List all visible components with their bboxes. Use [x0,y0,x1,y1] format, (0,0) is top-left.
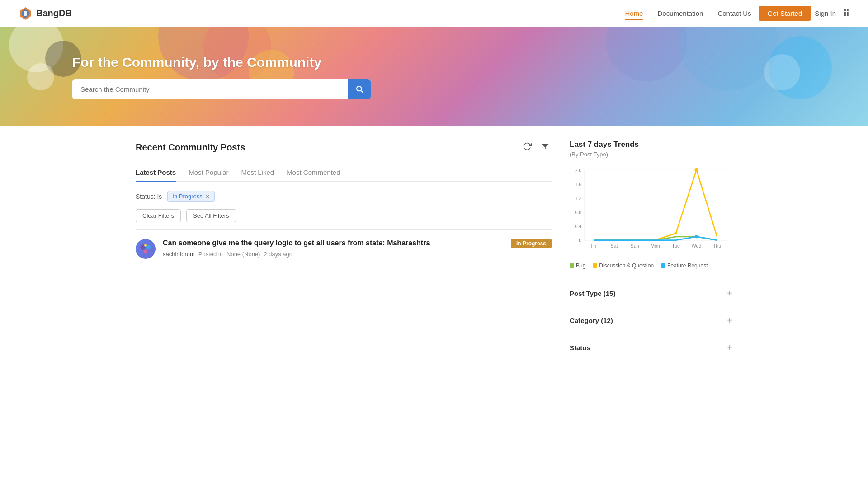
legend-discussion-dot [593,263,597,268]
svg-text:0.8: 0.8 [575,210,582,215]
grid-icon[interactable]: ⠿ [843,8,850,19]
legend-discussion: Discussion & Question [593,262,654,269]
accordion-category-header[interactable]: Category (12) + [570,315,732,326]
table-row: Can someone give me the query logic to g… [136,229,552,268]
avatar [136,239,156,259]
svg-text:Sat: Sat [611,243,618,248]
main-content: Recent Community Posts [118,126,750,375]
accordion-category: Category (12) + [570,307,732,334]
search-button[interactable] [348,79,371,99]
accordion-post-type-header[interactable]: Post Type (15) + [570,288,732,299]
nav-documentation[interactable]: Documentation [657,9,703,17]
svg-text:Wed: Wed [692,243,702,248]
posts-actions [521,140,552,155]
svg-text:0.4: 0.4 [575,224,582,229]
tab-most-commented[interactable]: Most Commented [287,164,340,182]
trends-title: Last 7 days Trends [570,140,732,149]
hero-title: For the Community, by the Community [72,55,796,70]
filter-tag-close[interactable]: ✕ [205,193,210,200]
tab-most-liked[interactable]: Most Liked [241,164,274,182]
svg-point-31 [675,232,677,235]
search-icon [355,85,363,93]
svg-text:Sun: Sun [631,243,639,248]
accordion-post-type: Post Type (15) + [570,280,732,307]
see-all-filters-button[interactable]: See All Filters [186,209,236,222]
filter-label: Status: Is [136,193,162,200]
filter-tag: In Progress ✕ [167,191,214,202]
nav-home[interactable]: Home [625,9,643,20]
svg-text:Mon: Mon [651,243,660,248]
svg-text:1.6: 1.6 [575,181,582,187]
chart-svg: 0 0.4 0.8 1.2 1.6 2.0 Fri Sat Sun Mon Tu… [570,165,732,255]
refresh-icon [523,142,532,151]
svg-point-9 [144,244,147,247]
clear-filters-button[interactable]: Clear Filters [136,209,181,222]
filter-actions: Clear Filters See All Filters [136,209,552,222]
search-bar [72,79,371,99]
post-meta: sachinforum Posted in None (None) 2 days… [163,251,504,258]
bangdb-logo-icon [18,6,33,21]
filter-button[interactable] [539,140,552,155]
accordion-category-title: Category (12) [570,317,613,324]
post-list: Can someone give me the query logic to g… [136,229,552,268]
search-input[interactable] [72,79,371,99]
trends-chart: 0 0.4 0.8 1.2 1.6 2.0 Fri Sat Sun Mon Tu… [570,165,732,255]
accordion-plus-icon: + [727,288,732,299]
logo-text: BangDB [36,8,72,19]
svg-text:Tue: Tue [672,243,680,248]
accordion-plus-icon-3: + [727,342,732,353]
accordion-status-header[interactable]: Status + [570,342,732,353]
post-posted-in-label: Posted in [198,251,223,258]
status-badge: In Progress [511,239,552,248]
accordion-list: Post Type (15) + Category (12) + Status [570,280,732,361]
accordion-plus-icon-2: + [727,315,732,326]
accordion-status-title: Status [570,344,590,351]
posts-section: Recent Community Posts [136,140,552,361]
svg-text:1.2: 1.2 [575,196,582,201]
svg-text:Thu: Thu [713,243,721,248]
navbar: BangDB Home Documentation Contact Us Get… [0,0,868,27]
svg-text:2.0: 2.0 [575,167,582,173]
tab-most-popular[interactable]: Most Popular [189,164,228,182]
posts-header: Recent Community Posts [136,140,552,155]
legend-bug-dot [570,263,574,268]
svg-point-3 [357,86,362,91]
legend-feature: Feature Request [661,262,708,269]
post-author[interactable]: sachinforum [163,251,195,258]
legend-discussion-label: Discussion & Question [599,262,654,269]
svg-text:0: 0 [579,238,582,243]
filter-tag-value: In Progress [172,193,202,200]
legend-feature-label: Feature Request [667,262,708,269]
nav-links: Home Documentation Contact Us [625,9,751,18]
svg-text:Fri: Fri [591,243,596,248]
tab-latest-posts[interactable]: Latest Posts [136,164,176,182]
filter-icon [541,142,550,151]
avatar-image [136,239,156,259]
post-time: 2 days ago [264,251,292,258]
post-posted-in[interactable]: None (None) [226,251,260,258]
nav-contact[interactable]: Contact Us [717,9,751,17]
chart-legend: Bug Discussion & Question Feature Reques… [570,262,732,269]
posts-title: Recent Community Posts [136,142,521,153]
refresh-button[interactable] [521,140,533,155]
post-title[interactable]: Can someone give me the query logic to g… [163,239,504,247]
post-body: Can someone give me the query logic to g… [163,239,504,258]
svg-point-33 [695,235,698,239]
legend-bug-label: Bug [576,262,585,269]
legend-feature-dot [661,263,665,268]
accordion-status: Status + [570,334,732,361]
accordion-post-type-title: Post Type (15) [570,290,615,297]
svg-rect-2 [24,11,27,16]
svg-point-8 [144,250,147,253]
sign-in-button[interactable]: Sign In [815,9,836,17]
tabs: Latest Posts Most Popular Most Liked Mos… [136,164,552,182]
get-started-button[interactable]: Get Started [759,6,811,21]
logo[interactable]: BangDB [18,6,72,21]
svg-point-5 [136,239,156,259]
trends-section: Last 7 days Trends (By Post Type) [570,140,732,361]
hero-banner: For the Community, by the Community [0,27,868,126]
filter-row: Status: Is In Progress ✕ [136,191,552,202]
svg-line-4 [361,90,363,92]
sidebar: Last 7 days Trends (By Post Type) [570,140,732,361]
hero-decoration [0,27,868,126]
